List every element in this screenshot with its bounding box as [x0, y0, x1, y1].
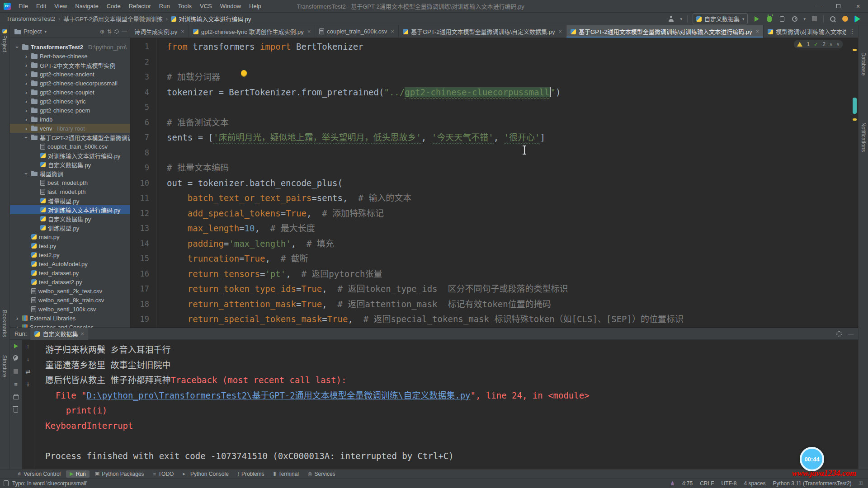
- chevron-collapsed-icon[interactable]: ›: [24, 125, 29, 132]
- line-number[interactable]: 7: [131, 130, 149, 145]
- locate-file-icon[interactable]: ⊕: [100, 28, 104, 35]
- tab-close-icon[interactable]: ×: [307, 28, 311, 35]
- editor-tab[interactable]: 诗词生成实例.py×: [130, 25, 189, 38]
- run-button[interactable]: [753, 15, 760, 23]
- tree-row[interactable]: test.py: [10, 241, 130, 250]
- tree-row[interactable]: ›gpt2-chinese-lyric: [10, 97, 130, 106]
- menu-run[interactable]: Run: [155, 0, 174, 13]
- status-widget[interactable]: 4:75: [682, 480, 693, 487]
- menu-tools[interactable]: Tools: [174, 0, 196, 13]
- search-everywhere-icon[interactable]: [829, 15, 836, 23]
- editor-tab[interactable]: gpt2-chinese-lyric 歌词创作生成实例.py×: [189, 25, 315, 38]
- coverage-button[interactable]: [778, 15, 786, 23]
- run-configuration-select[interactable]: 自定义数据集 ▾: [693, 13, 748, 24]
- rerun-button[interactable]: [12, 343, 19, 350]
- stacktrace-file-link[interactable]: D:\python_pro\TransformersTest2\基于GPT-2通…: [87, 390, 471, 400]
- warning-stripe-mark[interactable]: [853, 118, 857, 121]
- menu-navigate[interactable]: Navigate: [71, 0, 102, 13]
- line-number[interactable]: 13: [131, 221, 149, 236]
- chevron-collapsed-icon[interactable]: ›: [24, 71, 29, 78]
- tree-row[interactable]: main.py: [10, 232, 130, 241]
- tree-row[interactable]: 自定义数据集.py: [10, 214, 130, 223]
- code-line[interactable]: padding='max_length', # 填充: [167, 236, 858, 252]
- tool-window-button-version-control[interactable]: ⋔Version Control: [14, 470, 64, 478]
- tree-row[interactable]: weibo_senti_8k_train.csv: [10, 296, 130, 305]
- print-icon[interactable]: [12, 393, 19, 400]
- menu-file[interactable]: File: [14, 0, 32, 13]
- lock-icon[interactable]: ⚿: [859, 480, 863, 486]
- tree-row[interactable]: test_dataset2.py: [10, 277, 130, 286]
- code-line[interactable]: [167, 100, 858, 115]
- chevron-collapsed-icon[interactable]: ›: [24, 89, 29, 96]
- tool-window-button-services[interactable]: ◎Services: [304, 470, 339, 478]
- code-line[interactable]: # 加载分词器: [167, 70, 858, 85]
- code-line[interactable]: from transformers import BertTokenizer: [167, 39, 858, 55]
- editor-gutter[interactable]: 12345678910111213141516171819: [131, 38, 157, 328]
- line-number[interactable]: 19: [131, 312, 149, 327]
- close-icon[interactable]: ×: [80, 330, 84, 337]
- collapse-all-icon[interactable]: ⇅: [107, 28, 112, 35]
- editor-tab[interactable]: 基于GPT-2通用文本模型全量微调训练\自定义数据集.py×: [399, 25, 566, 38]
- tree-row[interactable]: 对训练输入文本进行编码.py: [10, 205, 130, 214]
- restore-layout-icon[interactable]: ≡: [12, 380, 19, 388]
- tree-row[interactable]: ›gpt2-chinese-cluecorpussmall: [10, 79, 130, 88]
- tab-close-icon[interactable]: ×: [756, 28, 760, 35]
- line-number[interactable]: 9: [131, 160, 149, 176]
- tree-row[interactable]: ›gpt2-chinese-poem: [10, 106, 130, 115]
- chevron-collapsed-icon[interactable]: ›: [24, 62, 29, 69]
- gear-icon[interactable]: [836, 331, 842, 337]
- menu-help[interactable]: Help: [245, 0, 265, 13]
- code-line[interactable]: return_token_type_ids=True, # 返回token_ty…: [167, 282, 858, 297]
- tree-row[interactable]: ›模型微调: [10, 169, 130, 178]
- line-number[interactable]: 18: [131, 297, 149, 312]
- maximize-button[interactable]: [828, 0, 848, 13]
- line-number[interactable]: 16: [131, 267, 149, 282]
- tree-row[interactable]: weibo_senti_2k_test.csv: [10, 286, 130, 296]
- tree-row[interactable]: ›基于GPT-2通用文本模型全量微调训练: [10, 133, 130, 142]
- breadcrumb-item[interactable]: 对训练输入文本进行编码.py: [171, 14, 251, 23]
- close-button[interactable]: ×: [848, 0, 868, 13]
- tool-button-project[interactable]: Project: [1, 29, 8, 52]
- recording-timer-badge[interactable]: 00:44: [800, 447, 824, 471]
- code-line[interactable]: truncation=True, # 截断: [167, 251, 858, 267]
- chevron-down-icon[interactable]: ▾: [680, 17, 682, 21]
- tool-window-button-problems[interactable]: !Problems: [234, 470, 268, 478]
- tree-row[interactable]: ›GPT-2中文文本生成模型实例: [10, 61, 130, 70]
- tree-row[interactable]: last_model.pth: [10, 187, 130, 196]
- code-line[interactable]: [167, 55, 858, 70]
- hidden-tabs-icon[interactable]: ⋮: [846, 25, 858, 38]
- line-number[interactable]: 11: [131, 191, 149, 206]
- editor-scrollbar-thumb[interactable]: [853, 98, 857, 114]
- chevron-collapsed-icon[interactable]: ›: [14, 315, 20, 322]
- tree-row[interactable]: ›TransformersTest2D:\python_pro\: [10, 42, 130, 52]
- chevron-collapsed-icon[interactable]: ›: [24, 116, 29, 123]
- code-with-me-icon[interactable]: [854, 15, 862, 23]
- update-notification-icon[interactable]: [841, 15, 849, 23]
- commit-author-icon[interactable]: [667, 15, 675, 23]
- vcs-widget-icon[interactable]: ⋔: [670, 480, 675, 487]
- tool-window-button-python-packages[interactable]: ▣Python Packages: [91, 470, 148, 478]
- code-line[interactable]: sents = ['床前明月光，疑似地上霜，举头望明月，低头思故乡', '今天天…: [167, 130, 858, 145]
- up-stacktrace-icon[interactable]: ↑: [24, 343, 32, 350]
- line-number[interactable]: 15: [131, 251, 149, 267]
- chevron-expanded-icon[interactable]: ›: [14, 44, 21, 50]
- code-editor[interactable]: 12345678910111213141516171819 from trans…: [131, 38, 858, 328]
- hide-panel-icon[interactable]: —: [122, 28, 127, 35]
- tool-button-notifications[interactable]: Notifications: [860, 122, 867, 152]
- warning-stripe-mark[interactable]: [853, 49, 857, 51]
- tool-button-structure[interactable]: Structure: [1, 355, 8, 377]
- tree-row[interactable]: test_dataset.py: [10, 268, 130, 277]
- tree-row[interactable]: ›venvlibrary root: [10, 124, 130, 133]
- status-widget[interactable]: UTF-8: [722, 480, 737, 487]
- line-number[interactable]: 4: [131, 85, 149, 100]
- code-line[interactable]: out = tokenizer.batch_encode_plus(: [167, 176, 858, 191]
- tool-button-bookmarks[interactable]: Bookmarks: [1, 310, 8, 337]
- code-line[interactable]: # 批量文本编码: [167, 160, 858, 176]
- tree-row[interactable]: couplet_train_600k.csv: [10, 142, 130, 151]
- tool-button-database[interactable]: Database: [860, 52, 867, 75]
- chevron-expanded-icon[interactable]: ›: [23, 171, 30, 176]
- line-number[interactable]: 12: [131, 206, 149, 221]
- code-line[interactable]: # 准备测试文本: [167, 115, 858, 131]
- profiler-button[interactable]: [791, 15, 798, 23]
- tree-row[interactable]: ›Bert-base-chinese: [10, 52, 130, 61]
